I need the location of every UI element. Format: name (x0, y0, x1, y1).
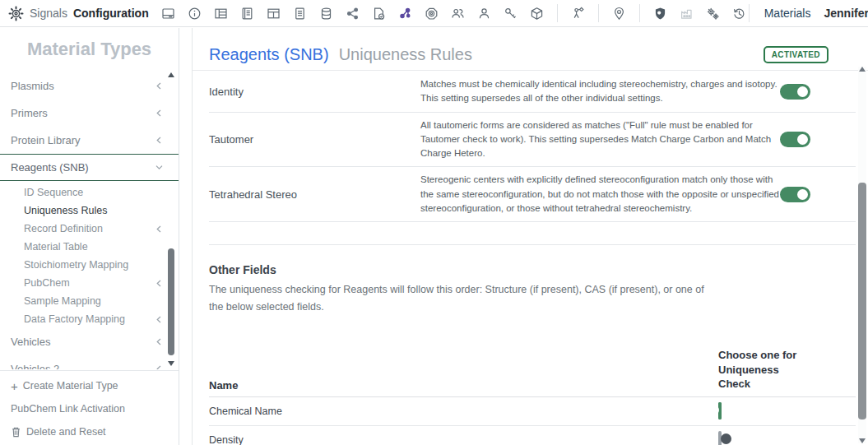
toggle-knob (708, 405, 719, 415)
sidebar-item-material-table[interactable]: Material Table (0, 238, 179, 256)
delete-and-reset-button[interactable]: Delete and Reset (0, 420, 179, 443)
location-pin-icon[interactable] (611, 6, 627, 21)
toggle-knob (797, 134, 808, 145)
structure-icon[interactable] (570, 6, 586, 21)
rule-row-identity: Identity Matches must be chemically iden… (209, 72, 856, 113)
table-rows-icon[interactable] (213, 6, 229, 21)
material-types-list: Plasmids Primers Protein Library Reagent… (0, 69, 179, 369)
users-icon[interactable] (450, 6, 466, 21)
sidebar-item-record-definition[interactable]: Record Definition (0, 220, 179, 238)
toolbar-divider (598, 4, 599, 22)
window-icon[interactable] (160, 6, 176, 21)
app-brand: Signals Configuration (8, 6, 149, 21)
user-menu[interactable]: Jennifer Miller (824, 7, 868, 20)
sidebar-item-plasmids[interactable]: Plasmids (0, 72, 179, 100)
column-header-choose: Choose one for Uniqueness Check (718, 348, 810, 392)
section-name: Configuration (73, 7, 149, 20)
chevron-left-icon (155, 279, 164, 288)
table-row-density: Density (209, 426, 856, 445)
plus-icon: + (11, 382, 18, 391)
section-divider (209, 222, 856, 245)
sidebar-footer: + Create Material Type PubChem Link Acti… (0, 370, 179, 445)
page-title: Reagents (SNB) (209, 45, 329, 64)
sidebar-item-vehicles[interactable]: Vehicles (0, 328, 179, 355)
toggle-knob (797, 86, 808, 97)
sidebar-scrollbar[interactable] (168, 72, 174, 366)
table-row-chemical-name: Chemical Name (209, 397, 856, 426)
scrollbar-thumb[interactable] (168, 248, 174, 355)
info-icon[interactable] (187, 6, 202, 21)
settings-body: Identity Matches must be chemically iden… (193, 72, 856, 445)
shield-icon[interactable] (652, 6, 668, 21)
nut-icon[interactable] (424, 6, 439, 21)
file-check-icon[interactable] (371, 6, 387, 21)
chevron-left-icon (155, 337, 164, 346)
page-header: Reagents (SNB) Uniqueness Rules ACTIVATE… (193, 28, 868, 71)
materials-link[interactable]: Materials (764, 7, 811, 20)
user-name: Jennifer Miller (824, 7, 868, 20)
sidebar-title: Material Types (0, 28, 179, 67)
user-icon[interactable] (476, 6, 492, 21)
document-icon[interactable] (292, 6, 308, 21)
table-header-row: Name Choose one for Uniqueness Check (209, 341, 856, 397)
column-header-name: Name (209, 379, 718, 392)
chevron-left-icon (155, 81, 164, 90)
toolbar-divider (639, 4, 640, 22)
trash-icon (11, 426, 21, 438)
identity-toggle[interactable] (780, 84, 810, 100)
top-bar: Signals Configuration (0, 0, 868, 27)
chevron-left-icon (155, 315, 164, 324)
tautomer-toggle[interactable] (780, 132, 810, 147)
sidebar-item-primers[interactable]: Primers (0, 100, 179, 127)
chevron-down-icon (155, 163, 164, 172)
rule-row-tautomer: Tautomer All tautomeric forms are consid… (209, 113, 856, 168)
chevron-left-icon (155, 225, 164, 234)
material-types-sidebar: Material Types Plasmids Primers Protein … (0, 28, 179, 445)
sidebar-item-uniqueness-rules[interactable]: Uniqueness Rules (0, 202, 179, 220)
scroll-down-icon[interactable] (859, 438, 866, 443)
history-icon[interactable] (731, 6, 747, 21)
toolbar-divider (557, 4, 558, 22)
scroll-down-icon[interactable] (168, 361, 174, 366)
tetrahedral-stereo-toggle[interactable] (780, 187, 810, 202)
gears-icon[interactable] (705, 6, 721, 21)
toggle-knob (797, 189, 808, 200)
sidebar-item-id-sequence[interactable]: ID Sequence (0, 183, 179, 202)
sidebar-item-sample-mapping[interactable]: Sample Mapping (0, 292, 179, 310)
page-subtitle: Uniqueness Rules (339, 45, 472, 64)
gear-icon (8, 6, 24, 21)
chevron-left-icon (155, 109, 164, 118)
sidebar-item-pubchem[interactable]: PubChem (0, 274, 179, 292)
main-scrollbar[interactable] (858, 67, 866, 443)
table-columns-icon[interactable] (266, 6, 281, 21)
chevron-left-icon (155, 136, 164, 145)
scrollbar-thumb[interactable] (858, 183, 866, 420)
sidebar-item-reagents-snb[interactable]: Reagents (SNB) (0, 154, 179, 181)
database-icon[interactable] (318, 6, 334, 21)
sidebar-item-vehicles-2[interactable]: Vehicles 2 (0, 355, 179, 369)
pubchem-link-activation-button[interactable]: PubChem Link Activation (0, 397, 179, 420)
journal-icon[interactable] (239, 6, 255, 21)
toggle-knob (721, 433, 731, 444)
status-badge: ACTIVATED (764, 46, 829, 63)
rule-row-tetrahedral-stereo: Tetrahedral Stereo Stereogenic centers w… (209, 167, 856, 222)
main-panel: Reagents (SNB) Uniqueness Rules ACTIVATE… (192, 28, 868, 445)
toolbar (160, 4, 747, 22)
app-name: Signals (30, 7, 67, 20)
sidebar-item-data-factory-mapping[interactable]: Data Factory Mapping (0, 310, 179, 328)
sidebar-item-protein-library[interactable]: Protein Library (0, 127, 179, 154)
toolbar-divider (749, 4, 750, 22)
other-fields-description: The uniqueness checking for Reagents wil… (209, 281, 719, 315)
chevron-left-icon (155, 364, 164, 369)
share-icon[interactable] (345, 6, 360, 21)
other-fields-table: Name Choose one for Uniqueness Check Che… (209, 341, 856, 445)
other-fields-heading: Other Fields (209, 263, 856, 276)
key-icon[interactable] (503, 6, 518, 21)
sidebar-item-stoichiometry-mapping[interactable]: Stoichiometry Mapping (0, 256, 179, 274)
cube-icon[interactable] (529, 6, 545, 21)
create-material-type-button[interactable]: + Create Material Type (0, 374, 179, 397)
factory-icon[interactable] (679, 6, 694, 21)
molecule-icon[interactable] (397, 6, 413, 21)
density-toggle[interactable] (718, 431, 722, 445)
chemical-name-toggle[interactable] (718, 402, 722, 420)
